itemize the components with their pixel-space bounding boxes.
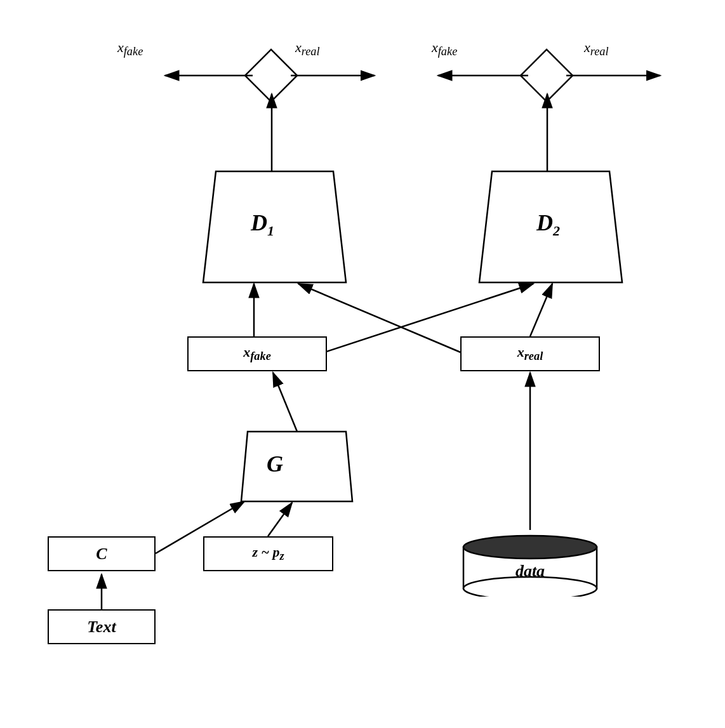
z-box: z ~ pz — [203, 536, 333, 571]
svg-line-14 — [530, 284, 552, 336]
svg-marker-2 — [203, 171, 346, 282]
d1-label: D1 — [251, 209, 274, 239]
svg-line-9 — [268, 503, 292, 536]
xfake-box: xfake — [187, 336, 327, 371]
svg-rect-5 — [245, 50, 297, 102]
svg-point-24 — [463, 536, 597, 559]
xreal-label-d2: xreal — [584, 39, 609, 58]
svg-line-10 — [273, 373, 297, 432]
xfake-label-d2: xfake — [432, 39, 457, 58]
diagram: Text C z ~ pz G xfake xreal D1 D2 xfake … — [0, 0, 725, 728]
g-label: G — [267, 451, 283, 477]
svg-marker-4 — [241, 432, 352, 501]
xreal-label-d1: xreal — [295, 39, 320, 58]
xreal-box: xreal — [460, 336, 600, 371]
xfake-label-d1: xfake — [117, 39, 143, 58]
svg-text:data: data — [515, 562, 545, 580]
text-box: Text — [48, 609, 156, 644]
d2-label: D2 — [536, 209, 560, 239]
c-box: C — [48, 536, 156, 571]
svg-rect-6 — [521, 50, 573, 102]
data-database: data — [460, 533, 600, 597]
